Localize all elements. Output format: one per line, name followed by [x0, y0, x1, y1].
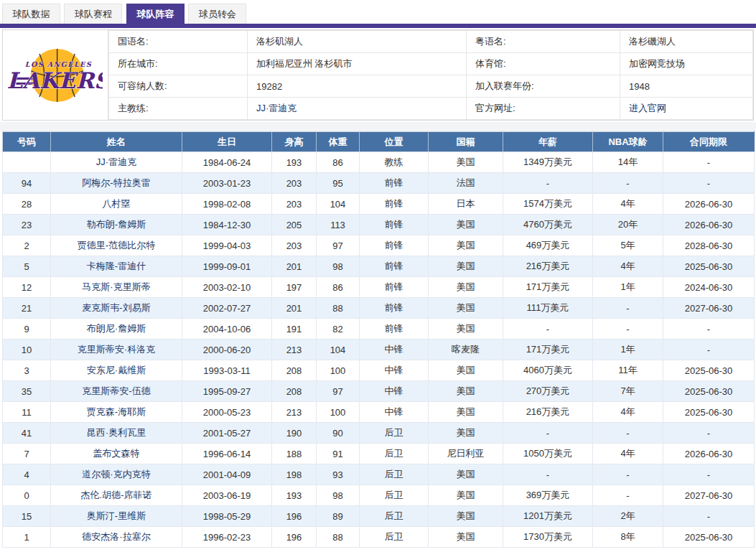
col-header-position: 位置	[360, 132, 429, 152]
team-arena: 加密网竞技场	[620, 53, 753, 75]
nationality-cell: 美国	[429, 402, 503, 423]
height-cell: 205	[272, 215, 317, 235]
contract-until-cell: 2025-06-30	[663, 381, 755, 402]
nba-age-cell: 14年	[593, 152, 663, 173]
official-site-link[interactable]: 进入官网	[629, 103, 666, 113]
height-cell: 193	[272, 485, 317, 506]
salary-cell: 216万美元	[503, 402, 593, 423]
player-name-link[interactable]: 勒布朗-詹姆斯	[87, 219, 146, 230]
birthday-cell: 1998-02-08	[182, 194, 272, 215]
nba-age-cell: -	[593, 423, 663, 444]
player-number-cell	[3, 152, 51, 173]
contract-until-cell: 2025-06-30	[663, 360, 755, 381]
nationality-cell: 美国	[429, 527, 503, 548]
player-row: 3安东尼·戴维斯1993-03-11208100中锋美国4060万美元11年20…	[3, 360, 755, 381]
birthday-cell: 2002-07-27	[182, 298, 272, 319]
league-join-year: 1948	[620, 75, 753, 98]
info-label: 所在城市:	[109, 53, 248, 75]
player-name-link[interactable]: 八村塁	[103, 198, 131, 209]
player-row: 0杰伦.胡德-席菲诺2003-06-1919398后卫美国369万美元-2027…	[3, 485, 755, 506]
nationality-cell: 美国	[429, 360, 503, 381]
birthday-cell: 1999-09-01	[182, 256, 272, 277]
team-info-panel: LOS ANGELES LAKERS 国语名: 洛杉矶湖人 粤语名: 洛杉磯湖人…	[2, 29, 754, 121]
roster-header-row: 号码 姓名 生日 身高 体重 位置 国籍 年薪 NBA球龄 合同期限	[3, 132, 755, 152]
col-header-contract: 合同期限	[663, 132, 755, 152]
player-number-cell: 28	[3, 194, 51, 215]
player-name-link[interactable]: 盖布文森特	[93, 448, 140, 459]
player-name-link[interactable]: 杰伦.胡德-席菲诺	[81, 490, 152, 500]
player-name-link[interactable]: 贾克森-海耶斯	[87, 406, 146, 417]
player-name-link[interactable]: 马克斯·克里斯蒂	[82, 281, 150, 292]
height-cell: 198	[272, 464, 317, 485]
nationality-cell: 美国	[429, 381, 503, 402]
player-row: 28八村塁1998-02-08203104前锋日本1574万美元4年2026-0…	[3, 194, 755, 215]
nationality-cell: 喀麦隆	[429, 340, 503, 360]
player-name-link[interactable]: 克里斯蒂安·科洛克	[78, 344, 155, 355]
height-cell: 203	[272, 235, 317, 256]
player-name-link[interactable]: 昆西·奥利瓦里	[87, 427, 146, 438]
contract-until-cell: -	[663, 340, 755, 360]
salary-cell: 171万美元	[503, 340, 593, 360]
position-cell: 中锋	[360, 381, 429, 402]
tab-team-schedule[interactable]: 球队赛程	[64, 4, 122, 24]
info-row: 可容纳人数: 19282 加入联赛年份: 1948	[109, 75, 753, 98]
player-name-link[interactable]: 布朗尼·詹姆斯	[87, 323, 146, 334]
weight-cell: 104	[317, 194, 360, 215]
player-row: 21麦克斯韦-刘易斯2002-07-2720188前锋美国111万美元-2027…	[3, 298, 755, 319]
col-header-nba-age: NBA球龄	[593, 132, 663, 152]
player-number-cell: 15	[3, 506, 51, 527]
height-cell: 213	[272, 340, 317, 360]
player-name-link[interactable]: 麦克斯韦-刘易斯	[82, 302, 150, 313]
birthday-cell: 1984-12-30	[182, 215, 272, 235]
nba-age-cell: 1年	[593, 340, 663, 360]
birthday-cell: 1998-05-29	[182, 506, 272, 527]
player-name-link[interactable]: 阿梅尔-特拉奥雷	[82, 177, 150, 188]
height-cell: 213	[272, 402, 317, 423]
contract-until-cell: 2025-06-30	[663, 402, 755, 423]
info-label: 主教练:	[109, 98, 248, 120]
player-name-link[interactable]: 道尔顿·克内克特	[82, 469, 150, 480]
player-name-link[interactable]: 奥斯汀-里维斯	[87, 510, 146, 521]
nba-age-cell: -	[593, 319, 663, 340]
birthday-cell: 2003-06-19	[182, 485, 272, 506]
player-name-link[interactable]: 贾德里-范德比尔特	[78, 240, 155, 251]
tab-player-transfers[interactable]: 球员转会	[188, 4, 246, 24]
nba-age-cell: 4年	[593, 444, 663, 464]
salary-cell: 270万美元	[503, 381, 593, 402]
position-cell: 后卫	[360, 464, 429, 485]
player-name-cell: 安东尼·戴维斯	[51, 360, 182, 381]
player-name-link[interactable]: 安东尼·戴维斯	[87, 365, 146, 375]
position-cell: 教练	[360, 152, 429, 173]
nba-age-cell: 8年	[593, 527, 663, 548]
position-cell: 前锋	[360, 235, 429, 256]
player-number-cell: 94	[3, 173, 51, 194]
weight-cell: 89	[317, 506, 360, 527]
height-cell: 193	[272, 152, 317, 173]
weight-cell: 88	[317, 298, 360, 319]
contract-until-cell: -	[663, 506, 755, 527]
contract-until-cell: 2025-06-30	[663, 256, 755, 277]
nationality-cell: 美国	[429, 506, 503, 527]
player-row: JJ·雷迪克1984-06-2419386教练美国1349万美元14年-	[3, 152, 755, 173]
player-name-cell: JJ·雷迪克	[51, 152, 182, 173]
tab-team-data[interactable]: 球队数据	[2, 4, 60, 24]
player-name-link[interactable]: 德安杰洛·拉塞尔	[82, 531, 150, 542]
nationality-cell: 美国	[429, 215, 503, 235]
player-number-cell: 2	[3, 235, 51, 256]
contract-until-cell: 2027-06-30	[663, 485, 755, 506]
height-cell: 197	[272, 277, 317, 298]
salary-cell: 4760万美元	[503, 215, 593, 235]
nationality-cell: 美国	[429, 152, 503, 173]
player-number-cell: 0	[3, 485, 51, 506]
nationality-cell: 日本	[429, 194, 503, 215]
player-name-link[interactable]: JJ·雷迪克	[96, 156, 136, 167]
player-name-link[interactable]: 卡梅隆-雷迪什	[87, 261, 146, 271]
player-number-cell: 7	[3, 444, 51, 464]
team-city: 加利福尼亚州 洛杉矶市	[248, 53, 467, 75]
player-number-cell: 4	[3, 464, 51, 485]
player-name-cell: 卡梅隆-雷迪什	[51, 256, 182, 277]
head-coach-link[interactable]: JJ·雷迪克	[256, 103, 297, 113]
tab-team-roster[interactable]: 球队阵容	[126, 4, 185, 24]
player-name-link[interactable]: 克里斯蒂安-伍德	[82, 385, 150, 396]
player-row: 12马克斯·克里斯蒂2003-02-1019786前锋美国171万美元1年202…	[3, 277, 755, 298]
